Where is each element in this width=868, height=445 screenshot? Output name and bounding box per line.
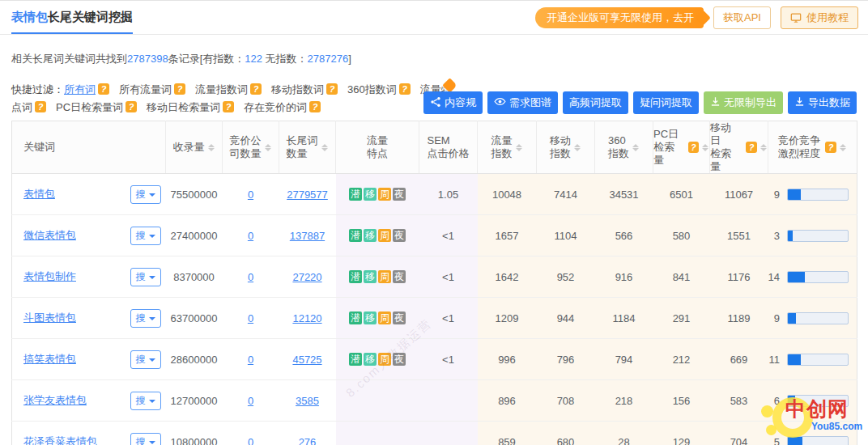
keyword-link[interactable]: 花泽香菜表情包 bbox=[23, 435, 97, 445]
column-header-8[interactable]: 360指数 bbox=[595, 121, 653, 174]
keyword-link[interactable]: 搞笑表情包 bbox=[23, 353, 76, 365]
filter-link-4[interactable]: 360指数词 bbox=[347, 83, 397, 95]
filter-link-2[interactable]: 流量指数词 bbox=[195, 83, 248, 95]
bid-companies-link[interactable]: 0 bbox=[248, 230, 253, 242]
longtail-count-link[interactable]: 12120 bbox=[292, 312, 321, 324]
action-button-1[interactable]: 需求图谱 bbox=[487, 91, 558, 114]
column-header-1[interactable]: 收录量 bbox=[166, 121, 223, 174]
keyword-link[interactable]: 微信表情包 bbox=[23, 229, 76, 241]
mobile-index-cell: 796 bbox=[537, 339, 595, 380]
column-header-6[interactable]: 流量指数 bbox=[478, 121, 537, 174]
action-button-0[interactable]: 内容规 bbox=[423, 91, 483, 114]
column-header-inner: 流量指数 bbox=[478, 134, 536, 160]
help-icon[interactable]: ? bbox=[35, 101, 46, 112]
bid-companies-link[interactable]: 0 bbox=[248, 395, 253, 407]
search-button-label: 搜 bbox=[136, 435, 146, 445]
search-button-label: 搜 bbox=[136, 353, 146, 367]
action-button-4[interactable]: 无限制导出 bbox=[704, 91, 783, 114]
table-row: 花泽香菜表情包搜108000000276859680281297045 bbox=[12, 422, 857, 445]
sort-arrows-icon[interactable] bbox=[321, 141, 329, 155]
help-icon[interactable]: ? bbox=[223, 101, 234, 112]
filter-option: 存在竞价的词? bbox=[244, 101, 321, 113]
competition-inner: 9 bbox=[768, 189, 857, 201]
action-button-label: 内容规 bbox=[445, 95, 476, 110]
sort-arrows-icon[interactable] bbox=[632, 141, 640, 155]
longtail-count-link[interactable]: 137887 bbox=[290, 230, 325, 242]
column-label: 360指数 bbox=[608, 134, 629, 160]
search-button-label: 搜 bbox=[136, 312, 146, 325]
keyword-link[interactable]: 表情包 bbox=[23, 188, 55, 200]
sort-arrows-icon[interactable] bbox=[702, 141, 709, 155]
help-icon[interactable]: ? bbox=[825, 142, 836, 153]
column-label-line: 移动日 bbox=[710, 121, 741, 147]
filter-link-0[interactable]: 所有词 bbox=[64, 83, 96, 95]
competition-bar-fill bbox=[788, 231, 793, 241]
sort-arrows-icon[interactable] bbox=[208, 141, 215, 155]
help-icon[interactable]: ? bbox=[309, 101, 321, 112]
keyword-link[interactable]: 斗图表情包 bbox=[23, 312, 76, 324]
action-button-5[interactable]: 导出数据 bbox=[788, 91, 857, 114]
column-header-2[interactable]: 竞价公司数量 bbox=[223, 121, 279, 174]
tutorial-button[interactable]: 使用教程 bbox=[781, 6, 858, 29]
tab-keyword-mining[interactable]: 表情包长尾关键词挖掘 bbox=[11, 1, 133, 34]
bid-companies-link[interactable]: 0 bbox=[248, 271, 253, 283]
sort-arrows-icon[interactable] bbox=[574, 141, 581, 155]
sort-arrows-icon[interactable] bbox=[760, 141, 768, 155]
tutorial-label: 使用教程 bbox=[806, 11, 849, 25]
filter-link-7[interactable]: 移动日检索量词 bbox=[147, 101, 220, 113]
mobile-daily-search: 704 bbox=[730, 436, 748, 445]
longtail-count-link[interactable]: 276 bbox=[299, 436, 317, 445]
help-icon[interactable]: ? bbox=[174, 83, 185, 95]
help-icon[interactable]: ? bbox=[126, 101, 137, 112]
bid-companies-link[interactable]: 0 bbox=[248, 436, 253, 445]
column-header-9[interactable]: PC日检索量? bbox=[653, 121, 710, 174]
competition-cell: 3 bbox=[768, 215, 857, 256]
column-header-inner: 流量特点 bbox=[336, 134, 419, 160]
help-icon[interactable]: ? bbox=[98, 83, 109, 95]
keyword-link[interactable]: 张学友表情包 bbox=[23, 394, 87, 406]
column-header-3[interactable]: 长尾词数量 bbox=[279, 121, 336, 174]
traffic-index-cell: 1642 bbox=[478, 256, 537, 298]
sort-arrows-icon[interactable] bbox=[516, 141, 523, 155]
longtail-count-link[interactable]: 2779577 bbox=[287, 189, 328, 201]
column-header-4: 流量特点 bbox=[336, 121, 419, 174]
help-icon[interactable]: ? bbox=[688, 142, 699, 153]
longtail-count-link[interactable]: 45725 bbox=[292, 354, 321, 366]
bid-companies-link[interactable]: 0 bbox=[248, 189, 253, 201]
search-dropdown-button[interactable]: 搜 bbox=[130, 392, 161, 410]
search-dropdown-button[interactable]: 搜 bbox=[130, 433, 161, 445]
bid-companies-link[interactable]: 0 bbox=[248, 312, 253, 324]
column-header-7[interactable]: 移动指数 bbox=[537, 121, 595, 174]
longtail-count-link[interactable]: 27220 bbox=[292, 271, 321, 283]
column-header-11[interactable]: 竞价竞争激烈程度? bbox=[768, 121, 857, 174]
action-button-3[interactable]: 疑问词提取 bbox=[633, 91, 699, 114]
search-dropdown-button[interactable]: 搜 bbox=[130, 350, 161, 369]
filter-link-8[interactable]: 存在竞价的词 bbox=[244, 101, 307, 113]
column-label-line: 检索量 bbox=[653, 141, 683, 167]
bid-companies-link[interactable]: 0 bbox=[248, 354, 253, 366]
mobile-daily-search: 583 bbox=[730, 395, 748, 407]
sort-arrows-icon[interactable] bbox=[840, 141, 847, 155]
search-dropdown-button[interactable]: 搜 bbox=[130, 309, 161, 328]
search-dropdown-button[interactable]: 搜 bbox=[130, 227, 161, 245]
competition-value: 14 bbox=[768, 271, 780, 283]
trait-badge: 周 bbox=[378, 270, 391, 283]
upgrade-promo-button[interactable]: 开通企业版可享无限使用，去开 bbox=[535, 7, 704, 28]
filter-link-3[interactable]: 移动指数词 bbox=[271, 83, 324, 95]
column-header-10[interactable]: 移动日检索量? bbox=[710, 121, 768, 174]
action-button-2[interactable]: 高频词提取 bbox=[563, 91, 628, 114]
search-dropdown-button[interactable]: 搜 bbox=[130, 185, 161, 204]
help-icon[interactable]: ? bbox=[399, 83, 411, 95]
get-api-button[interactable]: 获取API bbox=[713, 6, 771, 29]
keyword-link[interactable]: 表情包制作 bbox=[23, 270, 76, 282]
help-icon[interactable]: ? bbox=[250, 83, 262, 95]
longtail-count-link[interactable]: 3585 bbox=[296, 395, 319, 407]
action-button-label: 疑问词提取 bbox=[640, 95, 692, 110]
sort-arrows-icon[interactable] bbox=[265, 141, 272, 155]
help-icon[interactable]: ? bbox=[746, 142, 757, 153]
help-icon[interactable]: ? bbox=[326, 83, 338, 95]
search-dropdown-button[interactable]: 搜 bbox=[130, 268, 161, 286]
mobile-index: 1104 bbox=[555, 230, 577, 242]
filter-link-1[interactable]: 所有流量词 bbox=[119, 83, 172, 95]
filter-link-6[interactable]: PC日检索量词 bbox=[56, 101, 123, 113]
